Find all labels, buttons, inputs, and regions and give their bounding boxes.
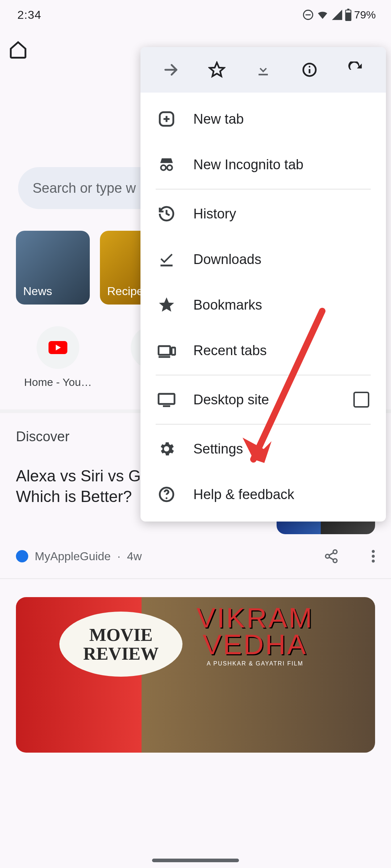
home-icon [8,40,28,59]
svg-point-19 [308,66,310,68]
category-label: News [23,285,52,298]
menu-label: Recent tabs [193,343,267,358]
menu-label: Settings [193,441,243,457]
menu-item-incognito[interactable]: New Incognito tab [140,142,386,187]
recent-tabs-icon [157,341,176,360]
star-icon [208,61,226,78]
feed-card-image[interactable]: MOVIE REVIEW VIKRAM VEDHA A PUSHKAR & GA… [16,597,375,753]
svg-rect-26 [160,265,172,267]
movie-title: VIKRAM VEDHA A PUSHKAR & GAYATRI FILM [197,604,314,666]
feed-age: 4w [127,550,142,563]
menu-item-history[interactable]: History [140,191,386,237]
feed-meta: MyAppleGuide · 4w [16,549,375,564]
svg-rect-16 [258,74,268,75]
svg-rect-29 [172,348,175,355]
category-card-news[interactable]: News [16,231,90,305]
status-time: 2:34 [17,8,41,22]
forward-button[interactable] [158,57,184,83]
forward-icon [163,61,179,78]
shortcut-youtube[interactable]: Home - You… [22,326,94,388]
menu-label: New Incognito tab [193,157,303,173]
reload-button[interactable] [342,57,369,83]
movie-title-line: VEDHA [197,631,314,658]
menu-label: Downloads [193,252,261,267]
menu-divider [156,375,371,375]
new-tab-icon [157,110,176,128]
history-icon [157,204,176,223]
download-button[interactable] [250,57,276,83]
menu-divider [156,189,371,190]
svg-point-11 [372,550,375,553]
menu-label: Desktop site [193,392,269,408]
download-icon [255,62,271,78]
reload-icon [347,61,364,78]
svg-marker-15 [210,63,224,76]
svg-rect-4 [346,10,351,13]
menu-item-new-tab[interactable]: New tab [140,96,386,142]
movie-review-bubble: MOVIE REVIEW [59,612,182,677]
movie-title-line: VIKRAM [197,604,314,631]
battery-text: 79% [354,9,376,21]
svg-marker-27 [159,297,174,312]
svg-point-7 [325,554,329,558]
more-icon[interactable] [371,549,375,564]
bookmark-button[interactable] [204,57,230,83]
settings-icon [157,439,176,458]
overflow-menu: New tab New Incognito tab History Downlo… [140,47,386,522]
downloads-icon [157,250,176,269]
search-placeholder: Search or type w [33,180,136,196]
info-button[interactable] [297,57,323,83]
svg-point-13 [372,559,375,562]
help-icon [157,485,176,504]
status-bar: 2:34 79% [0,0,391,30]
menu-item-help-feedback[interactable]: Help & feedback [140,472,386,517]
menu-item-bookmarks[interactable]: Bookmarks [140,282,386,328]
desktop-icon [157,390,176,409]
category-label: Recipe [107,285,143,298]
menu-divider [156,424,371,425]
gesture-bar [152,859,239,862]
desktop-site-checkbox[interactable] [353,392,369,408]
menu-item-downloads[interactable]: Downloads [140,237,386,282]
bookmarks-icon [157,295,176,314]
menu-item-recent-tabs[interactable]: Recent tabs [140,328,386,373]
status-icons: 79% [302,9,376,21]
menu-label: Help & feedback [193,487,294,502]
movie-subtitle: A PUSHKAR & GAYATRI FILM [197,661,314,666]
menu-label: New tab [193,111,244,127]
signal-icon [331,9,343,21]
home-button[interactable] [7,39,29,60]
incognito-icon [157,155,176,174]
menu-item-desktop-site[interactable]: Desktop site [140,377,386,422]
svg-point-12 [372,555,375,558]
menu-top-actions [140,47,386,93]
menu-label: History [193,206,236,222]
svg-point-23 [161,165,166,170]
feed-favicon [16,550,28,562]
svg-point-24 [167,165,172,170]
svg-rect-3 [347,9,349,10]
share-icon[interactable] [324,549,339,564]
svg-line-9 [329,553,333,555]
svg-rect-28 [159,346,170,355]
svg-point-8 [333,559,337,563]
info-icon [301,61,318,78]
svg-rect-31 [159,394,175,404]
shortcut-icon [37,326,79,369]
shortcut-label: Home - You… [22,376,94,388]
svg-line-10 [329,557,333,560]
wifi-icon [316,9,329,21]
battery-icon [345,9,352,21]
feed-separator: · [117,550,121,563]
feed-source: MyAppleGuide [35,550,111,563]
menu-list: New tab New Incognito tab History Downlo… [140,93,386,522]
dnd-icon [302,9,314,21]
svg-point-6 [333,550,337,554]
menu-item-settings[interactable]: Settings [140,426,386,472]
menu-label: Bookmarks [193,297,262,313]
youtube-icon [49,341,67,354]
svg-point-34 [166,497,168,499]
